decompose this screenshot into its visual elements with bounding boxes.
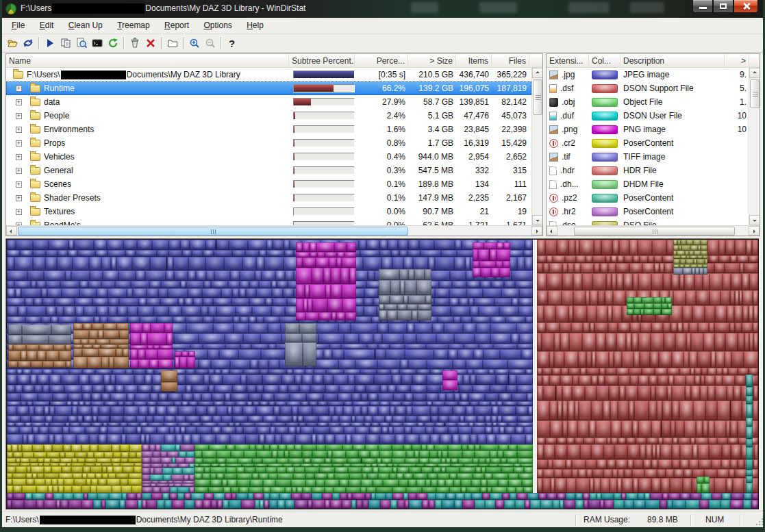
treemap-canvas[interactable] xyxy=(7,240,758,509)
scroll-thumb[interactable] xyxy=(533,79,542,115)
treemap-region-runtime-purple[interactable] xyxy=(142,444,195,494)
expand-icon[interactable]: + xyxy=(16,168,22,174)
recycle-bin-button[interactable] xyxy=(127,36,142,51)
list-item-obj[interactable]: .obj Object File 1. xyxy=(547,95,749,109)
column-subtree-percent[interactable]: Subtree Percent... xyxy=(289,54,355,68)
treemap-region-magenta-b2[interactable] xyxy=(175,351,196,368)
scroll-thumb[interactable] xyxy=(18,227,408,236)
menu-options[interactable]: Options xyxy=(197,18,238,32)
column-color[interactable]: Col... xyxy=(589,54,620,68)
list-item-hdr[interactable]: .hdr HDR File xyxy=(547,164,749,177)
menu-report[interactable]: Report xyxy=(158,18,195,32)
treemap-pane[interactable] xyxy=(5,238,760,510)
scroll-thumb[interactable] xyxy=(574,227,735,236)
scroll-thumb[interactable] xyxy=(750,79,760,108)
minimize-button[interactable] xyxy=(692,0,713,13)
menu-treemap[interactable]: Treemap xyxy=(111,18,156,32)
delete-button[interactable] xyxy=(142,36,158,51)
zoom-out-button[interactable] xyxy=(202,36,218,51)
list-item-dso[interactable]: .dso DSO File xyxy=(547,218,749,225)
table-row-vehicles[interactable]: +Vehicles 0.4% 944.0 MB 2,954 2,652 xyxy=(6,150,531,164)
treemap-region-runtime-green-obj[interactable] xyxy=(195,444,533,494)
treemap-region-bottom-small-folders[interactable] xyxy=(7,493,758,509)
table-row-shader-presets[interactable]: +Shader Presets 0.1% 147.9 MB 2,235 2,16… xyxy=(6,191,531,205)
resume-scan-button[interactable] xyxy=(42,36,58,51)
extension-horizontal-scrollbar[interactable] xyxy=(547,225,760,236)
treemap-region-magenta-top-2[interactable] xyxy=(473,242,510,277)
scroll-right-button[interactable] xyxy=(531,226,542,236)
treemap-region-gray-b1[interactable] xyxy=(8,325,71,344)
treemap-region-runtime-jpg-band-d[interactable] xyxy=(7,401,533,444)
treemap-region-brown-b1[interactable] xyxy=(8,344,71,367)
treemap-region-brown-b2[interactable] xyxy=(73,323,129,368)
column-description[interactable]: Description xyxy=(620,54,725,68)
menu-edit[interactable]: Edit xyxy=(34,18,60,32)
scroll-up-button[interactable] xyxy=(749,68,760,78)
menu-file[interactable]: File xyxy=(5,18,31,32)
column-bytes[interactable]: > xyxy=(725,54,749,68)
treemap-region-selection-gap[interactable] xyxy=(533,240,538,493)
treemap-region-green-data[interactable] xyxy=(627,297,672,315)
list-item-duf[interactable]: .duf DSON User File 10 xyxy=(547,109,749,123)
treemap-region-olive-data[interactable] xyxy=(673,240,707,268)
expand-icon[interactable]: + xyxy=(16,113,22,119)
scroll-down-button[interactable] xyxy=(749,215,760,225)
expand-icon[interactable]: + xyxy=(16,127,22,133)
table-row-general[interactable]: +General 0.3% 547.5 MB 332 315 xyxy=(6,164,531,177)
title-bar[interactable]: F:\UsersDocuments\My DAZ 3D Library - Wi… xyxy=(0,0,765,18)
column-size[interactable]: > Size xyxy=(408,54,456,68)
list-item-dhdm[interactable]: .dh... DHDM File xyxy=(547,177,749,191)
list-item-png[interactable]: .png PNG image 10 xyxy=(547,123,749,136)
list-item-pz2[interactable]: .pz2 PoserContent xyxy=(547,191,749,205)
tree-horizontal-scrollbar[interactable] xyxy=(6,225,542,236)
treemap-region-magenta-c[interactable] xyxy=(442,370,457,390)
column-items[interactable]: Items xyxy=(456,54,492,68)
treemap-region-green-data-2[interactable] xyxy=(697,477,710,493)
list-item-cr2[interactable]: .cr2 PoserContent xyxy=(547,136,749,150)
table-row-data[interactable]: +data 27.9% 58.7 GB 139,851 82,142 xyxy=(6,95,531,109)
treemap-region-runtime-yellow-cr2[interactable] xyxy=(7,444,142,494)
menu-clean-up[interactable]: Clean Up xyxy=(62,18,109,32)
expand-icon[interactable]: + xyxy=(16,154,22,160)
scroll-left-button[interactable] xyxy=(547,226,557,236)
treemap-region-magenta-big[interactable] xyxy=(130,323,173,368)
table-row-environments[interactable]: +Environments 1.6% 3.4 GB 23,845 22,398 xyxy=(6,123,531,136)
extension-vertical-scrollbar[interactable] xyxy=(749,68,760,225)
refresh-selected-button[interactable] xyxy=(105,36,121,51)
column-files[interactable]: Files xyxy=(492,54,529,68)
table-row-textures[interactable]: +Textures 0.0% 90.7 MB 21 19 xyxy=(6,205,531,218)
treemap-region-gray-b2[interactable] xyxy=(285,323,316,366)
list-item-tif[interactable]: .tif TIFF image xyxy=(547,150,749,164)
expand-icon[interactable]: + xyxy=(16,195,22,201)
table-row-readmes[interactable]: +ReadMe's 0.0% 62.6 MB 1,721 1,671 xyxy=(6,218,531,225)
tree-vertical-scrollbar[interactable] xyxy=(531,68,542,225)
folder-button[interactable] xyxy=(164,36,180,51)
treemap-region-gray-top[interactable] xyxy=(379,269,431,320)
close-button[interactable] xyxy=(733,0,758,13)
scroll-up-button[interactable] xyxy=(532,68,543,78)
column-percent[interactable]: Perce... xyxy=(355,54,408,68)
zoom-in-button[interactable] xyxy=(186,36,202,51)
open-button[interactable] xyxy=(4,36,20,51)
expand-icon[interactable]: + xyxy=(16,181,22,188)
copy-button[interactable] xyxy=(58,36,73,51)
expand-icon[interactable]: + xyxy=(16,99,22,105)
menu-help[interactable]: Help xyxy=(240,18,270,32)
command-prompt-button[interactable] xyxy=(89,36,105,51)
resize-grip[interactable] xyxy=(755,518,764,526)
list-item-jpg[interactable]: .jpg JPEG image 9. xyxy=(547,68,749,81)
expand-icon[interactable]: + xyxy=(16,140,22,147)
treemap-region-teal-strip-data[interactable] xyxy=(746,375,753,494)
scroll-down-button[interactable] xyxy=(532,215,543,225)
table-row-root[interactable]: F:\Users\Documents\My DAZ 3D Library [0:… xyxy=(6,68,531,81)
open-in-explorer-button[interactable] xyxy=(73,36,89,51)
expand-icon[interactable]: + xyxy=(16,86,22,92)
column-extension[interactable]: Extensi... xyxy=(547,54,589,68)
scroll-left-button[interactable] xyxy=(6,226,17,236)
list-item-dsf[interactable]: .dsf DSON Support File 5. xyxy=(547,81,749,95)
maximize-button[interactable] xyxy=(713,0,733,13)
table-row-runtime[interactable]: +Runtime 66.2% 139.2 GB 196,075 187,819 xyxy=(6,81,531,95)
column-name[interactable]: Name xyxy=(6,54,289,68)
treemap-region-runtime-jpg-band-a[interactable] xyxy=(7,240,533,323)
table-row-scenes[interactable]: +Scenes 0.1% 189.8 MB 134 111 xyxy=(6,177,531,191)
